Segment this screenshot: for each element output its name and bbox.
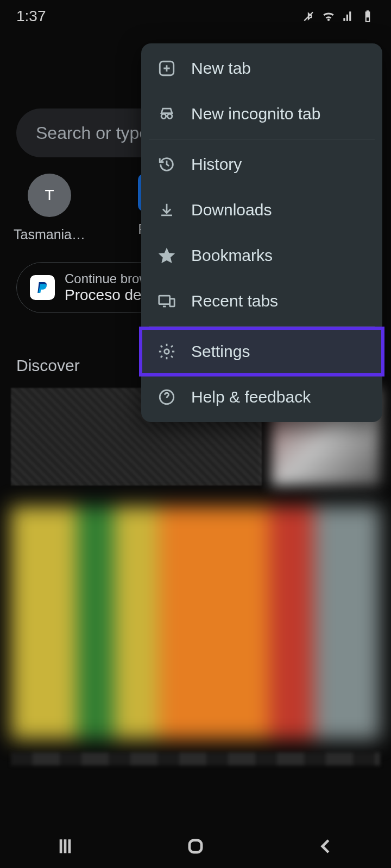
home-icon[interactable] [185, 836, 206, 857]
menu-separator [149, 326, 375, 327]
menu-new-incognito[interactable]: New incognito tab [141, 91, 382, 137]
gear-icon [157, 342, 176, 361]
search-placeholder: Search or type [36, 123, 149, 143]
back-icon[interactable] [316, 836, 336, 857]
menu-label: Downloads [191, 201, 272, 219]
plus-square-icon [157, 59, 176, 78]
svg-rect-2 [170, 299, 175, 307]
continue-title: Proceso de [65, 286, 142, 303]
menu-label: Help & feedback [191, 388, 311, 406]
shortcut-avatar: T [28, 174, 71, 217]
menu-label: New incognito tab [191, 105, 320, 123]
continue-hint: Continue brow [65, 271, 149, 286]
star-icon [157, 246, 176, 265]
wifi-icon [321, 9, 336, 23]
svg-rect-5 [190, 840, 201, 852]
recents-icon[interactable] [55, 836, 75, 857]
status-icons [302, 9, 375, 23]
help-icon [157, 388, 176, 406]
menu-bookmarks[interactable]: Bookmarks [141, 233, 382, 278]
menu-downloads[interactable]: Downloads [141, 187, 382, 233]
menu-help[interactable]: Help & feedback [141, 374, 382, 420]
menu-new-tab[interactable]: New tab [141, 46, 382, 91]
redacted-strip [11, 752, 380, 765]
svg-point-3 [165, 349, 169, 354]
paypal-icon [30, 275, 55, 300]
menu-label: New tab [191, 59, 251, 78]
svg-rect-1 [159, 296, 170, 304]
menu-label: Recent tabs [191, 292, 278, 310]
menu-settings[interactable]: Settings [141, 329, 382, 374]
menu-recent-tabs[interactable]: Recent tabs [141, 278, 382, 324]
android-status-bar: 1:37 [0, 0, 391, 33]
download-icon [157, 201, 176, 219]
shortcut-label: Tasmania… [14, 227, 85, 242]
menu-label: History [191, 155, 242, 174]
menu-label: Settings [191, 342, 250, 361]
history-icon [157, 155, 176, 174]
mute-icon [302, 9, 316, 23]
menu-history[interactable]: History [141, 142, 382, 187]
android-nav-bar [0, 825, 391, 868]
status-time: 1:37 [16, 8, 46, 25]
battery-icon [361, 9, 375, 23]
menu-separator [149, 139, 375, 139]
menu-label: Bookmarks [191, 246, 273, 265]
overflow-menu: New tab New incognito tab History Downlo… [141, 43, 382, 422]
devices-icon [157, 292, 176, 310]
signal-icon [341, 9, 355, 23]
shortcut-tile[interactable]: T Tasmania… [14, 174, 85, 242]
incognito-icon [157, 105, 176, 123]
discover-image-redacted[interactable] [11, 506, 380, 739]
